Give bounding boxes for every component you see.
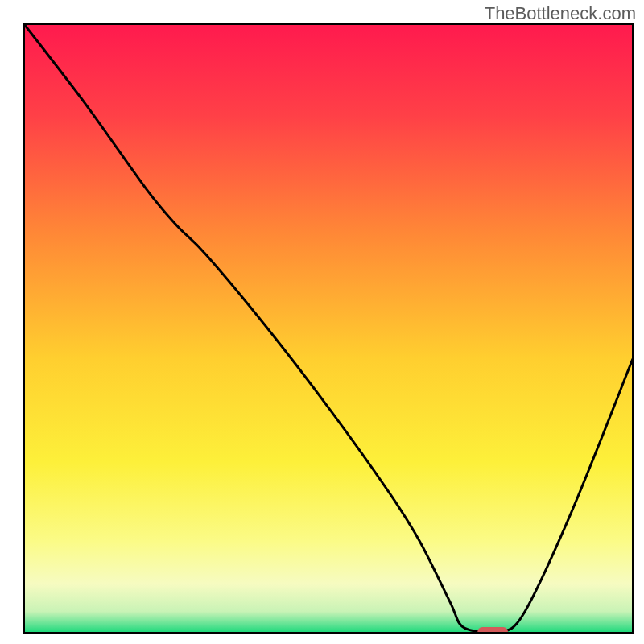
gradient-background: [24, 24, 633, 633]
chart-svg: [0, 0, 644, 644]
bottleneck-chart: TheBottleneck.com: [0, 0, 644, 644]
plot-area: [24, 24, 633, 637]
watermark-label: TheBottleneck.com: [485, 3, 636, 24]
